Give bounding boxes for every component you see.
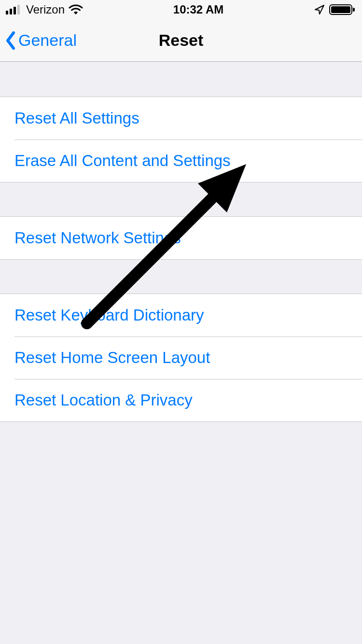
svg-rect-6 bbox=[353, 8, 355, 12]
cell-label: Reset Home Screen Layout bbox=[14, 349, 210, 367]
reset-keyboard-dictionary-cell[interactable]: Reset Keyboard Dictionary bbox=[0, 294, 362, 336]
svg-rect-0 bbox=[6, 11, 8, 14]
cell-label: Reset Network Settings bbox=[14, 229, 181, 247]
reset-location-privacy-cell[interactable]: Reset Location & Privacy bbox=[0, 379, 362, 421]
svg-rect-3 bbox=[17, 5, 20, 14]
status-bar: Verizon 10:32 AM bbox=[0, 0, 362, 19]
battery-icon bbox=[329, 4, 356, 15]
group-misc: Reset Keyboard Dictionary Reset Home Scr… bbox=[0, 294, 362, 422]
erase-all-content-cell[interactable]: Erase All Content and Settings bbox=[0, 140, 362, 182]
back-button[interactable]: General bbox=[0, 31, 77, 50]
content: Reset All Settings Erase All Content and… bbox=[0, 62, 362, 422]
cell-label: Erase All Content and Settings bbox=[14, 152, 231, 170]
nav-bar: General Reset bbox=[0, 19, 362, 62]
signal-strength-icon bbox=[6, 5, 22, 14]
cell-label: Reset Location & Privacy bbox=[14, 391, 193, 409]
group-network: Reset Network Settings bbox=[0, 216, 362, 260]
cell-label: Reset Keyboard Dictionary bbox=[14, 306, 204, 324]
back-label: General bbox=[18, 31, 77, 50]
status-left: Verizon bbox=[6, 3, 83, 16]
location-services-icon bbox=[314, 4, 325, 15]
svg-rect-2 bbox=[14, 7, 16, 14]
carrier-label: Verizon bbox=[26, 3, 65, 16]
group-spacer bbox=[0, 260, 362, 294]
group-reset-erase: Reset All Settings Erase All Content and… bbox=[0, 97, 362, 182]
cell-label: Reset All Settings bbox=[14, 109, 139, 127]
reset-all-settings-cell[interactable]: Reset All Settings bbox=[0, 97, 362, 140]
svg-rect-5 bbox=[331, 6, 350, 13]
reset-home-screen-layout-cell[interactable]: Reset Home Screen Layout bbox=[0, 336, 362, 379]
reset-network-settings-cell[interactable]: Reset Network Settings bbox=[0, 217, 362, 259]
group-spacer bbox=[0, 182, 362, 216]
status-right bbox=[314, 4, 356, 15]
svg-rect-1 bbox=[10, 9, 12, 14]
chevron-left-icon bbox=[5, 31, 16, 50]
status-time: 10:32 AM bbox=[173, 3, 223, 16]
wifi-icon bbox=[69, 4, 83, 15]
group-spacer bbox=[0, 62, 362, 97]
